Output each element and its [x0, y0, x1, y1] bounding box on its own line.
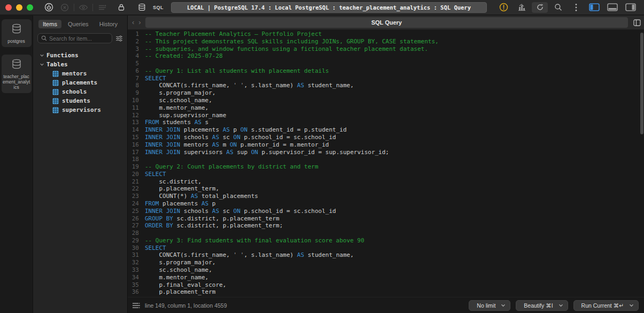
close-window-button[interactable] — [5, 4, 12, 11]
code-line[interactable]: 2-- This project demonstrates SQL skills… — [128, 38, 644, 45]
zoom-window-button[interactable] — [27, 4, 33, 11]
tab-items[interactable]: Items — [38, 20, 61, 28]
limit-dropdown[interactable]: No limit — [469, 300, 510, 311]
split-view-icon[interactable] — [628, 19, 641, 26]
code-line[interactable]: 15INNER JOIN schools AS sc ON p.school_i… — [128, 134, 644, 141]
table-item-placements[interactable]: placements — [33, 78, 127, 87]
table-item-label: placements — [62, 79, 97, 86]
connect-icon[interactable] — [41, 2, 57, 13]
code-line[interactable]: 10 sc.school_name, — [128, 97, 644, 104]
code-line[interactable]: 16INNER JOIN mentors AS m ON p.mentor_id… — [128, 141, 644, 149]
toggle-left-panel-icon[interactable] — [586, 2, 602, 13]
filter-icon[interactable] — [115, 35, 123, 42]
code-line[interactable]: 1-- Teacher Placement Analytics — Portfo… — [128, 30, 644, 38]
code-line-content — [145, 60, 149, 67]
code-line[interactable]: 35 p.final_eval_score, — [128, 281, 644, 289]
code-line[interactable]: 17INNER JOIN supervisors AS sup ON p.sup… — [128, 149, 644, 156]
line-number: 28 — [128, 230, 145, 237]
code-line[interactable]: 24FROM placements AS p — [128, 200, 644, 208]
code-line[interactable]: 29-- Query 3: Find students with final e… — [128, 237, 644, 245]
editor-tab-label: SQL Query — [371, 19, 402, 26]
preview-eye-icon[interactable] — [75, 2, 91, 13]
line-number: 15 — [128, 134, 145, 141]
chevron-down-icon — [629, 304, 634, 307]
code-line[interactable]: 23 COUNT(*) AS total_placements — [128, 193, 644, 200]
code-line[interactable]: 33 sc.school_name, — [128, 266, 644, 274]
tab-history[interactable]: History — [95, 20, 122, 28]
code-line[interactable]: 7SELECT — [128, 75, 644, 82]
search-icon[interactable] — [550, 2, 566, 13]
code-line[interactable]: 8 CONCAT(s.first_name, ' ', s.last_name)… — [128, 82, 644, 89]
code-line-content: sc.district, — [145, 178, 201, 186]
table-icon — [52, 71, 59, 77]
code-line[interactable]: 36 p.placement_term — [128, 288, 644, 296]
code-line-content: -- Teacher Placement Analytics — Portfol… — [145, 30, 322, 38]
code-line[interactable]: 26GROUP BY sc.district, p.placement_term — [128, 215, 644, 223]
chart-icon[interactable] — [514, 2, 530, 13]
code-line[interactable]: 5 — [128, 60, 644, 67]
run-current-button[interactable]: Run Current ⌘↵ — [573, 300, 639, 311]
code-line[interactable]: 13FROM students AS s — [128, 119, 644, 126]
chevron-down-icon — [40, 62, 44, 67]
code-line[interactable]: 28 — [128, 230, 644, 237]
table-item-supervisors[interactable]: supervisors — [33, 105, 127, 114]
editor-tab-sql-query[interactable]: SQL Query — [145, 17, 628, 28]
table-item-schools[interactable]: schools — [33, 87, 127, 96]
code-line[interactable]: 14INNER JOIN placements AS p ON s.studen… — [128, 126, 644, 134]
line-number: 4 — [128, 52, 145, 60]
window-controls — [0, 4, 41, 11]
code-line[interactable]: 6-- Query 1: List all students with plac… — [128, 67, 644, 75]
code-line[interactable]: 31 CONCAT(s.first_name, ' ', s.last_name… — [128, 251, 644, 259]
code-line[interactable]: 18 — [128, 156, 644, 163]
code-line[interactable]: 20SELECT — [128, 171, 644, 178]
code-line[interactable]: 12 sup.supervisor_name — [128, 112, 644, 119]
beautify-button[interactable]: Beautify ⌘I — [516, 300, 568, 311]
connection-label: teacher_placement_analytics — [3, 74, 30, 90]
code-line[interactable]: 4-- Created: 2025-07-28 — [128, 52, 644, 60]
window-title: LOCAL | PostgreSQL 17.4 : Local PostgreS… — [171, 2, 487, 13]
code-line[interactable]: 19-- Query 2: Count placements by distri… — [128, 163, 644, 171]
database-icon[interactable] — [134, 2, 150, 13]
search-input[interactable] — [49, 35, 108, 42]
nav-back-icon[interactable]: ‹ — [132, 18, 134, 26]
item-search-box[interactable] — [37, 33, 112, 43]
code-line[interactable]: 30SELECT — [128, 245, 644, 252]
output-toggle-icon[interactable] — [132, 302, 141, 309]
line-number: 23 — [128, 193, 145, 200]
tree-group-tables[interactable]: Tables — [33, 60, 127, 69]
code-line-content: INNER JOIN mentors AS m ON p.mentor_id =… — [145, 141, 329, 149]
code-line[interactable]: 34 m.mentor_name, — [128, 274, 644, 281]
code-line[interactable]: 3-- subqueries, and window functions usi… — [128, 45, 644, 53]
code-line[interactable]: 27ORDER BY sc.district, p.placement_term… — [128, 222, 644, 230]
editor-tabbar: ‹ › SQL Query — [128, 16, 644, 30]
code-line-content: -- Query 1: List all students with place… — [145, 67, 329, 75]
table-item-mentors[interactable]: mentors — [33, 69, 127, 78]
code-area[interactable]: 1-- Teacher Placement Analytics — Portfo… — [128, 30, 644, 297]
line-number: 27 — [128, 222, 145, 230]
more-options-icon[interactable] — [568, 2, 584, 13]
lock-icon[interactable] — [113, 2, 129, 13]
code-line[interactable]: 32 s.program_major, — [128, 259, 644, 266]
code-line[interactable]: 22 p.placement_term, — [128, 185, 644, 193]
code-line-content: -- Query 2: Count placements by district… — [145, 163, 319, 171]
minimize-window-button[interactable] — [16, 4, 22, 11]
connection-label: postgres — [3, 39, 30, 44]
refresh-icon[interactable] — [532, 2, 548, 13]
toggle-right-panel-icon[interactable] — [623, 2, 639, 13]
warning-icon[interactable] — [495, 2, 511, 13]
toggle-bottom-panel-icon[interactable] — [604, 2, 620, 13]
disconnect-icon[interactable] — [57, 2, 73, 13]
table-item-students[interactable]: students — [33, 96, 127, 105]
add-row-icon[interactable] — [94, 2, 110, 13]
connection-postgres[interactable]: postgres — [2, 19, 32, 47]
code-line-content: COUNT(*) AS total_placements — [145, 193, 258, 200]
code-line[interactable]: 9 s.program_major, — [128, 89, 644, 97]
code-line[interactable]: 21 sc.district, — [128, 178, 644, 186]
connection-teacher-placement-analytics[interactable]: teacher_placement_analytics — [2, 55, 32, 93]
nav-forward-icon[interactable]: › — [138, 18, 141, 26]
code-line[interactable]: 25INNER JOIN schools AS sc ON p.school_i… — [128, 208, 644, 215]
tab-queries[interactable]: Queries — [64, 20, 93, 28]
tree-group-functions[interactable]: Functions — [33, 51, 127, 60]
editor-scrollbar[interactable] — [640, 33, 643, 134]
code-line[interactable]: 11 m.mentor_name, — [128, 104, 644, 112]
